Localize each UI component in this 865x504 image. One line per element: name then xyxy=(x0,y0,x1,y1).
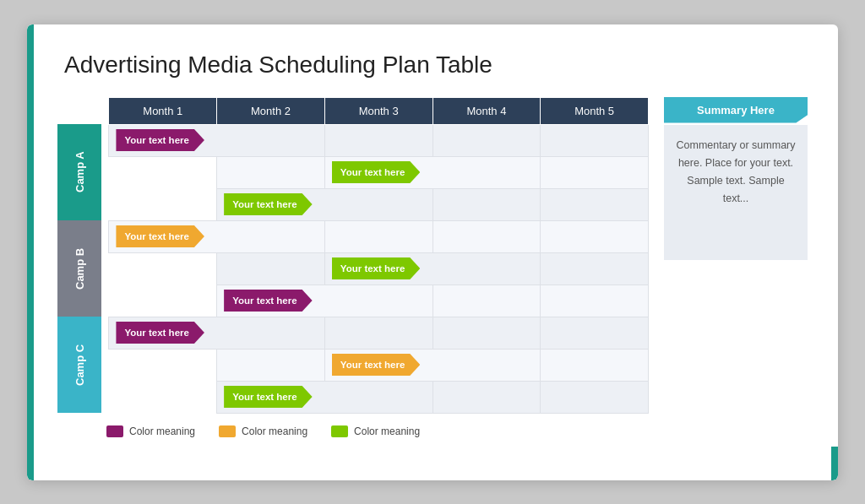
month-header-4: Month 4 xyxy=(432,97,541,124)
camp-c-bar2: Your text here xyxy=(332,354,420,376)
camp-a-row3: Your text here xyxy=(57,188,649,220)
slide-accent-left xyxy=(27,24,34,480)
camp-c-row1: Camp C Your text here xyxy=(57,317,649,349)
camp-c-bar3: Your text here xyxy=(224,386,312,408)
gantt-section: Month 1 Month 2 Month 3 Month 4 Month 5 … xyxy=(57,97,649,437)
summary-section: Summary Here Commentary or summary here.… xyxy=(664,97,808,260)
camp-b-row3: Your text here xyxy=(57,285,649,317)
legend-label-purple: Color meaning xyxy=(129,425,195,437)
legend-item-purple: Color meaning xyxy=(106,425,195,437)
month-header-2: Month 2 xyxy=(217,97,325,124)
camp-b-bar3: Your text here xyxy=(224,290,312,312)
camp-b-bar1: Your text here xyxy=(116,225,204,247)
camp-c-row2: Your text here xyxy=(57,349,649,381)
camp-b-label: Camp B xyxy=(57,220,101,317)
summary-body: Commentary or summary here. Place for yo… xyxy=(664,125,808,260)
slide-accent-bottom xyxy=(831,447,838,480)
legend: Color meaning Color meaning Color meanin… xyxy=(106,425,649,437)
camp-b-bar2: Your text here xyxy=(332,257,420,279)
legend-item-orange: Color meaning xyxy=(219,425,307,437)
month-header-5: Month 5 xyxy=(541,97,649,124)
camp-a-bar1: Your text here xyxy=(116,129,204,151)
camp-c-bar1: Your text here xyxy=(116,322,204,344)
legend-color-green xyxy=(331,425,348,437)
camp-c-label: Camp C xyxy=(57,317,101,413)
camp-c-row3: Your text here xyxy=(57,381,649,413)
slide: Advertising Media Scheduling Plan Table … xyxy=(27,24,838,480)
camp-a-row1: Camp A Your text here xyxy=(57,124,649,156)
camp-b-row1: Camp B Your text here xyxy=(57,220,649,252)
slide-title: Advertising Media Scheduling Plan Table xyxy=(64,51,808,79)
legend-color-purple xyxy=(106,425,123,437)
legend-label-orange: Color meaning xyxy=(242,425,307,437)
camp-a-bar2: Your text here xyxy=(332,161,420,183)
camp-a-bar3: Your text here xyxy=(224,193,312,215)
month-header-1: Month 1 xyxy=(109,97,217,124)
legend-label-green: Color meaning xyxy=(354,425,420,437)
camp-a-label: Camp A xyxy=(57,124,101,220)
main-layout: Month 1 Month 2 Month 3 Month 4 Month 5 … xyxy=(57,97,808,437)
camp-b-row2: Your text here xyxy=(57,252,649,285)
camp-a-row2: Your text here xyxy=(57,156,649,188)
gantt-table: Month 1 Month 2 Month 3 Month 4 Month 5 … xyxy=(57,97,649,414)
summary-header: Summary Here xyxy=(664,97,808,123)
legend-color-orange xyxy=(219,425,236,437)
legend-item-green: Color meaning xyxy=(331,425,420,437)
month-header-3: Month 3 xyxy=(324,97,432,124)
